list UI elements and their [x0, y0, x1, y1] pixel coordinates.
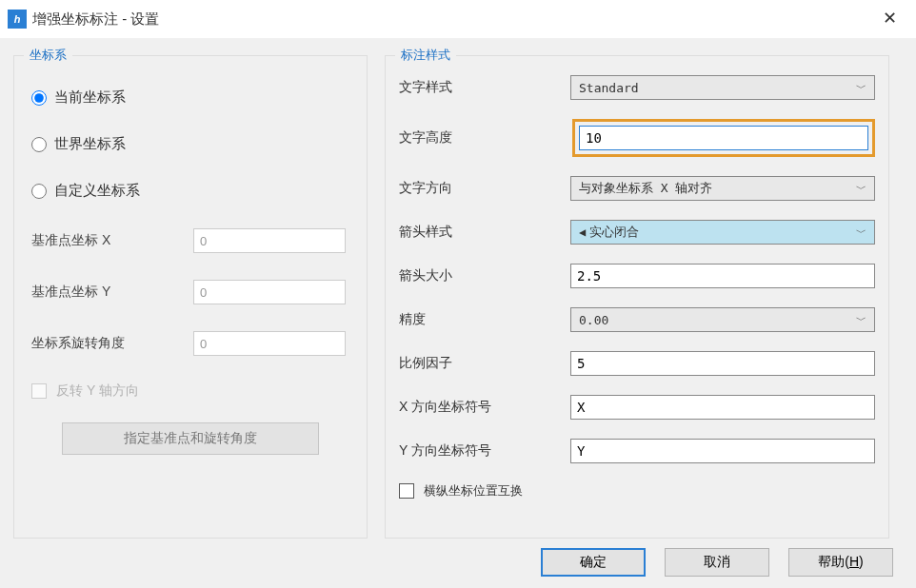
dialog-buttons: 确定 取消 帮助(H) [0, 548, 916, 586]
scale-label: 比例因子 [399, 355, 570, 372]
text-direction-row: 文字方向 与对象坐标系 X 轴对齐 ﹀ [399, 176, 875, 201]
coord-system-group: 坐标系 当前坐标系 世界坐标系 自定义坐标系 基准点坐标 X 基准点坐标 Y 坐… [13, 55, 368, 539]
dialog-body: 坐标系 当前坐标系 世界坐标系 自定义坐标系 基准点坐标 X 基准点坐标 Y 坐… [0, 38, 916, 548]
chevron-down-icon: ﹀ [856, 313, 866, 327]
basepoint-y-input[interactable] [193, 280, 346, 304]
y-symbol-label: Y 方向坐标符号 [399, 442, 570, 460]
arrow-style-label: 箭头样式 [399, 224, 570, 241]
radio-world-cs[interactable]: 世界坐标系 [31, 135, 353, 153]
flip-y-label: 反转 Y 轴方向 [56, 382, 139, 400]
app-icon: h [8, 10, 27, 29]
radio-custom-cs-label: 自定义坐标系 [54, 182, 140, 200]
chevron-down-icon: ﹀ [856, 182, 866, 196]
radio-world-cs-input[interactable] [31, 137, 47, 152]
precision-select[interactable]: 0.00 ﹀ [570, 307, 875, 332]
text-height-label: 文字高度 [399, 129, 572, 147]
chevron-down-icon: ﹀ [856, 81, 866, 95]
basepoint-y-row: 基准点坐标 Y [31, 280, 353, 304]
y-symbol-row: Y 方向坐标符号 [399, 439, 875, 463]
basepoint-x-label: 基准点坐标 X [31, 232, 193, 249]
text-height-input[interactable] [579, 126, 868, 150]
basepoint-x-input[interactable] [193, 228, 346, 253]
arrow-size-label: 箭头大小 [399, 267, 570, 284]
arrow-size-input[interactable] [570, 264, 875, 288]
radio-world-cs-label: 世界坐标系 [54, 135, 126, 153]
x-symbol-label: X 方向坐标符号 [399, 399, 570, 416]
cancel-button[interactable]: 取消 [665, 548, 769, 577]
text-style-row: 文字样式 Standard ﹀ [399, 75, 875, 100]
arrow-icon: ◀ [579, 225, 586, 239]
x-symbol-row: X 方向坐标符号 [399, 395, 875, 420]
radio-custom-cs-input[interactable] [31, 184, 47, 199]
coord-system-legend: 坐标系 [24, 47, 72, 64]
titlebar: h 增强坐标标注 - 设置 ✕ [0, 0, 916, 38]
precision-row: 精度 0.00 ﹀ [399, 307, 875, 332]
scale-input[interactable] [570, 351, 875, 376]
radio-current-cs-input[interactable] [31, 90, 47, 106]
radio-current-cs[interactable]: 当前坐标系 [31, 88, 353, 107]
radio-custom-cs[interactable]: 自定义坐标系 [31, 182, 353, 200]
rotation-input[interactable] [193, 331, 346, 356]
x-symbol-input[interactable] [570, 395, 875, 420]
define-basepoint-button[interactable]: 指定基准点和旋转角度 [62, 422, 319, 455]
text-height-highlight [572, 119, 875, 157]
text-style-value: Standard [579, 81, 639, 95]
ok-button[interactable]: 确定 [541, 548, 646, 577]
window-title: 增强坐标标注 - 设置 [32, 10, 870, 29]
swap-xy-label: 横纵坐标位置互换 [424, 482, 523, 500]
arrow-style-select[interactable]: ◀实心闭合 ﹀ [570, 220, 875, 245]
radio-current-cs-label: 当前坐标系 [54, 88, 126, 107]
precision-label: 精度 [399, 311, 570, 328]
basepoint-x-row: 基准点坐标 X [31, 228, 353, 253]
text-direction-label: 文字方向 [399, 180, 570, 197]
precision-value: 0.00 [579, 313, 608, 327]
y-symbol-input[interactable] [570, 439, 875, 463]
flip-y-checkbox[interactable] [31, 383, 47, 399]
basepoint-y-label: 基准点坐标 Y [31, 284, 193, 301]
scale-row: 比例因子 [399, 351, 875, 376]
flip-y-row[interactable]: 反转 Y 轴方向 [31, 382, 353, 400]
close-icon[interactable]: ✕ [870, 5, 908, 33]
text-direction-value: 与对象坐标系 X 轴对齐 [579, 180, 712, 197]
text-style-select[interactable]: Standard ﹀ [570, 75, 875, 100]
arrow-style-value: ◀实心闭合 [579, 224, 639, 241]
text-direction-select[interactable]: 与对象坐标系 X 轴对齐 ﹀ [570, 176, 875, 201]
rotation-row: 坐标系旋转角度 [31, 331, 353, 356]
annotation-style-group: 标注样式 文字样式 Standard ﹀ 文字高度 文字方向 与对 [385, 55, 889, 539]
arrow-style-row: 箭头样式 ◀实心闭合 ﹀ [399, 220, 875, 245]
chevron-down-icon: ﹀ [856, 225, 866, 240]
help-button[interactable]: 帮助(H) [788, 548, 893, 577]
arrow-size-row: 箭头大小 [399, 264, 875, 288]
annotation-style-legend: 标注样式 [395, 47, 456, 64]
rotation-label: 坐标系旋转角度 [31, 335, 193, 352]
swap-xy-checkbox[interactable] [399, 483, 414, 499]
swap-xy-row[interactable]: 横纵坐标位置互换 [399, 482, 875, 500]
text-height-row: 文字高度 [399, 119, 875, 157]
text-style-label: 文字样式 [399, 79, 570, 96]
